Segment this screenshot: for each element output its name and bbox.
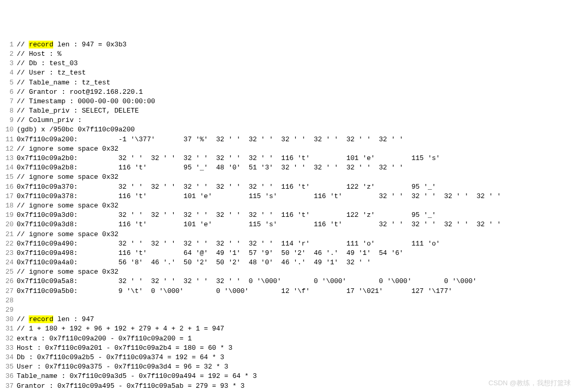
code-line: 35User : 0x7f110c09a375 - 0x7f110c09a3d4… xyxy=(2,362,575,372)
line-number: 35 xyxy=(2,362,14,372)
code-line: 29 xyxy=(2,305,575,315)
line-content: 0x7f110c09a200: -1 '\377' 37 '%' 32 ' ' … xyxy=(17,135,575,144)
line-number: 25 xyxy=(2,267,14,277)
code-line: 34Db : 0x7f110c09a2b5 - 0x7f110c09a374 =… xyxy=(2,353,575,362)
code-line: 12// ignore some space 0x32 xyxy=(2,144,575,154)
line-content: // Host : % xyxy=(17,50,575,59)
code-line: 140x7f110c09a2b8: 116 't' 95 '_' 48 '0' … xyxy=(2,163,575,173)
code-line: 8// Table_priv : SELECT, DELETE xyxy=(2,106,575,116)
line-content: Db : 0x7f110c09a2b5 - 0x7f110c09a374 = 1… xyxy=(17,353,575,362)
line-content: 0x7f110c09a3d8: 116 't' 101 'e' 115 's' … xyxy=(17,220,575,229)
highlighted-text: record xyxy=(29,41,53,48)
line-number: 15 xyxy=(2,173,14,182)
line-number: 7 xyxy=(2,97,14,106)
line-number: 9 xyxy=(2,116,14,125)
line-number: 14 xyxy=(2,163,14,173)
code-line: 260x7f110c09a5a8: 32 ' ' 32 ' ' 32 ' ' 3… xyxy=(2,277,575,286)
line-content: Host : 0x7f110c09a201 - 0x7f110c09a2b4 =… xyxy=(17,344,575,353)
line-number: 6 xyxy=(2,88,14,97)
code-line: 190x7f110c09a3d0: 32 ' ' 32 ' ' 32 ' ' 3… xyxy=(2,211,575,220)
line-content: 0x7f110c09a490: 32 ' ' 32 ' ' 32 ' ' 32 … xyxy=(17,239,575,249)
line-number: 16 xyxy=(2,182,14,192)
line-content: // ignore some space 0x32 xyxy=(17,201,575,211)
line-content: // 1 + 180 + 192 + 96 + 192 + 279 + 4 + … xyxy=(17,324,575,334)
line-number: 13 xyxy=(2,154,14,163)
line-content: // Db : test_03 xyxy=(17,59,575,68)
line-content: (gdb) x /950bc 0x7f110c09a200 xyxy=(17,125,575,134)
line-content: // Grantor : root@192.168.220.1 xyxy=(17,88,575,97)
line-number: 30 xyxy=(2,315,14,324)
line-number: 34 xyxy=(2,353,14,362)
code-line: 160x7f110c09a370: 32 ' ' 32 ' ' 32 ' ' 3… xyxy=(2,182,575,192)
line-content: // ignore some space 0x32 xyxy=(17,267,575,277)
code-line: 10(gdb) x /950bc 0x7f110c09a200 xyxy=(2,125,575,134)
code-line: 21// ignore some space 0x32 xyxy=(2,230,575,239)
line-number: 23 xyxy=(2,249,14,258)
line-content: 0x7f110c09a370: 32 ' ' 32 ' ' 32 ' ' 32 … xyxy=(17,182,575,192)
code-line: 110x7f110c09a200: -1 '\377' 37 '%' 32 ' … xyxy=(2,135,575,144)
code-line: 6// Grantor : root@192.168.220.1 xyxy=(2,88,575,97)
code-line: 7// Timestamp : 0000-00-00 00:00:00 xyxy=(2,97,575,106)
line-number: 21 xyxy=(2,230,14,239)
line-content: // ignore some space 0x32 xyxy=(17,173,575,182)
line-content: 0x7f110c09a2b0: 32 ' ' 32 ' ' 32 ' ' 32 … xyxy=(17,154,575,163)
code-line: 32extra : 0x7f110c09a200 - 0x7f110c09a20… xyxy=(2,334,575,344)
line-number: 33 xyxy=(2,344,14,353)
code-line: 130x7f110c09a2b0: 32 ' ' 32 ' ' 32 ' ' 3… xyxy=(2,154,575,163)
code-line: 25// ignore some space 0x32 xyxy=(2,267,575,277)
code-line: 30// record len : 947 xyxy=(2,315,575,324)
line-content: User : 0x7f110c09a375 - 0x7f110c09a3d4 =… xyxy=(17,362,575,372)
code-line: 36Table_name : 0x7f110c09a3d5 - 0x7f110c… xyxy=(2,372,575,381)
line-content: // Timestamp : 0000-00-00 00:00:00 xyxy=(17,97,575,106)
code-line: 220x7f110c09a490: 32 ' ' 32 ' ' 32 ' ' 3… xyxy=(2,239,575,249)
line-number: 12 xyxy=(2,144,14,154)
line-content: // Column_priv : xyxy=(17,116,575,125)
code-line: 270x7f110c09a5b0: 9 '\t' 0 '\000' 0 '\00… xyxy=(2,287,575,296)
line-number: 3 xyxy=(2,59,14,68)
line-content: // Table_name : tz_test xyxy=(17,78,575,88)
line-content: // User : tz_test xyxy=(17,68,575,78)
line-content: 0x7f110c09a378: 116 't' 101 'e' 115 's' … xyxy=(17,192,575,201)
code-line: 240x7f110c09a4a0: 56 '8' 46 '.' 50 '2' 5… xyxy=(2,258,575,267)
highlighted-text: record xyxy=(29,315,53,323)
line-content: // ignore some space 0x32 xyxy=(17,144,575,154)
line-number: 1 xyxy=(2,40,14,50)
code-viewer: 1// record len : 947 = 0x3b32// Host : %… xyxy=(2,40,575,392)
line-content: // ignore some space 0x32 xyxy=(17,230,575,239)
line-number: 22 xyxy=(2,239,14,249)
code-line: 18// ignore some space 0x32 xyxy=(2,201,575,211)
code-line: 1// record len : 947 = 0x3b3 xyxy=(2,40,575,50)
code-line: 15// ignore some space 0x32 xyxy=(2,173,575,182)
code-line: 200x7f110c09a3d8: 116 't' 101 'e' 115 's… xyxy=(2,220,575,229)
line-number: 2 xyxy=(2,50,14,59)
line-number: 19 xyxy=(2,211,14,220)
line-content: 0x7f110c09a3d0: 32 ' ' 32 ' ' 32 ' ' 32 … xyxy=(17,211,575,220)
code-line: 2// Host : % xyxy=(2,50,575,59)
line-number: 27 xyxy=(2,287,14,296)
line-number: 36 xyxy=(2,372,14,381)
line-number: 29 xyxy=(2,305,14,315)
line-number: 18 xyxy=(2,201,14,211)
line-number: 5 xyxy=(2,78,14,88)
line-number: 32 xyxy=(2,334,14,344)
line-number: 24 xyxy=(2,258,14,267)
line-number: 17 xyxy=(2,192,14,201)
line-content: 0x7f110c09a4a0: 56 '8' 46 '.' 50 '2' 50 … xyxy=(17,258,575,267)
line-content: // Table_priv : SELECT, DELETE xyxy=(17,106,575,116)
code-line: 4// User : tz_test xyxy=(2,68,575,78)
line-number: 28 xyxy=(2,296,14,305)
line-number: 8 xyxy=(2,106,14,116)
code-line: 31// 1 + 180 + 192 + 96 + 192 + 279 + 4 … xyxy=(2,324,575,334)
line-number: 4 xyxy=(2,68,14,78)
line-content: // record len : 947 = 0x3b3 xyxy=(17,40,575,50)
line-content: Grantor : 0x7f110c09a495 - 0x7f110c09a5a… xyxy=(17,382,575,391)
line-number: 26 xyxy=(2,277,14,286)
line-content: 0x7f110c09a2b8: 116 't' 95 '_' 48 '0' 51… xyxy=(17,163,575,173)
code-line: 170x7f110c09a378: 116 't' 101 'e' 115 's… xyxy=(2,192,575,201)
line-number: 31 xyxy=(2,324,14,334)
line-number: 11 xyxy=(2,135,14,144)
line-content: 0x7f110c09a5a8: 32 ' ' 32 ' ' 32 ' ' 32 … xyxy=(17,277,575,286)
code-line: 9// Column_priv : xyxy=(2,116,575,125)
line-content: 0x7f110c09a498: 116 't' 64 '@' 49 '1' 57… xyxy=(17,249,575,258)
code-line: 3// Db : test_03 xyxy=(2,59,575,68)
